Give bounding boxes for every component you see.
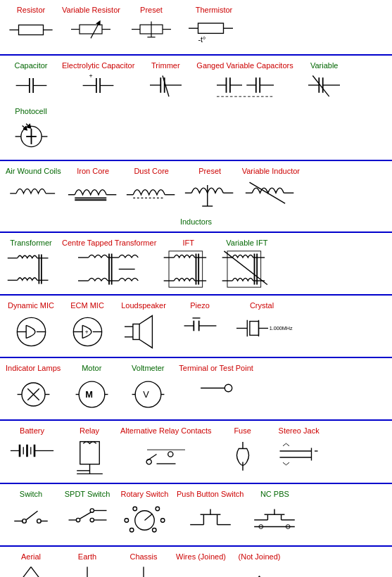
cell-transformer: Transformer (3, 237, 59, 290)
label-alt-relay: Alternative Relay Contacts (120, 426, 212, 436)
img-aerial (14, 564, 48, 577)
label-photocell: Photocell (15, 107, 46, 116)
img-preset-ind (184, 178, 236, 212)
img-capacitor (12, 72, 51, 98)
img-not-joined (233, 564, 286, 577)
section-switches: Switch SPDT Switch Rotary Switch Push Bu… (0, 484, 392, 547)
section-indicators: Indicator Lamps Motor Voltmeter Terminal… (0, 358, 392, 421)
img-variable-ind (244, 178, 297, 212)
section-resistors: Resistor Variable Resistor Preset Thermi… (0, 0, 392, 56)
cell-switch: Switch (3, 488, 59, 529)
cell-aerial: Aerial (3, 551, 59, 577)
section-transformers: Transformer Centre Tapped Transformer IF… (0, 233, 392, 296)
label-voltmeter: Voltmeter (132, 364, 164, 373)
label-chassis: Chassis (129, 552, 157, 562)
label-switch: Switch (20, 490, 42, 499)
cell-iron-core: Iron Core (64, 165, 122, 206)
img-fuse (229, 438, 256, 472)
label-preset-ind: Preset (198, 167, 221, 176)
cell-ecm-mic: ECM MIC (59, 300, 115, 353)
label-resistor: Resistor (17, 6, 45, 15)
cell-rotary: Rotary Switch (115, 488, 174, 541)
cell-motor: Motor (63, 362, 120, 415)
label-ecm-mic: ECM MIC (70, 301, 104, 310)
label-variable-resistor: Variable Resistor (62, 6, 120, 15)
section-capacitors: Capacitor Electrolytic Capacitor Trimmer… (0, 56, 392, 160)
label-motor: Motor (82, 364, 101, 373)
label-not-joined: (Not Joined) (239, 552, 281, 562)
cell-chassis: Chassis (115, 551, 172, 577)
cell-capacitor: Capacitor (3, 60, 59, 99)
cell-thermistor: Thermistor (179, 4, 248, 50)
cell-dust-core: Dust Core (122, 165, 181, 206)
img-switch (11, 501, 51, 528)
label-stereo-jack: Stereo Jack (279, 426, 320, 436)
img-dynamic-mic (12, 312, 51, 351)
cell-centre-tapped: Centre Tapped Transformer (59, 237, 159, 290)
cell-battery: Battery (3, 425, 61, 464)
img-nc-pbs (251, 501, 298, 535)
cell-preset: Preset (123, 4, 179, 46)
img-iron-core (67, 178, 120, 205)
label-centre-tapped: Centre Tapped Transformer (62, 239, 156, 248)
cell-voltmeter: Voltmeter (120, 362, 176, 415)
label-nc-pbs: NC PBS (260, 490, 289, 499)
label-variable-ind: Variable Inductor (242, 167, 300, 176)
cell-variable-ind: Variable Inductor (239, 165, 303, 213)
img-motor (72, 375, 111, 414)
label-battery: Battery (20, 426, 44, 436)
img-ganged (212, 72, 279, 104)
label-variable-cap: Variable (310, 61, 339, 70)
img-centre-tapped (74, 250, 144, 288)
label-rotary: Rotary Switch (121, 490, 169, 499)
img-stereo-jack (276, 438, 322, 470)
img-photocell (12, 119, 51, 154)
label-preset: Preset (140, 6, 163, 15)
cell-not-joined: (Not Joined) (230, 551, 289, 577)
img-relay (70, 438, 109, 477)
section-inductors: Air Wound Coils Iron Core Dust Core Pres… (0, 161, 392, 233)
img-loudspeaker (121, 312, 167, 351)
cell-lamp: Indicator Lamps (3, 362, 63, 415)
img-lamp (14, 375, 53, 414)
img-trimmer (146, 72, 185, 104)
img-chassis (123, 564, 164, 577)
img-push-button (186, 501, 234, 535)
label-lamp: Indicator Lamps (6, 364, 61, 373)
label-crystal: Crystal (250, 301, 274, 310)
label-iron-core: Iron Core (77, 167, 109, 176)
label-capacitor: Capacitor (14, 61, 47, 70)
label-thermistor: Thermistor (196, 6, 233, 15)
cell-crystal: Crystal (228, 300, 296, 345)
img-transformer (6, 250, 56, 288)
label-joined: Wires (Joined) (176, 552, 226, 562)
cell-ganged: Ganged Variable Capacitors (194, 60, 296, 106)
cell-alt-relay: Alternative Relay Contacts (118, 425, 215, 471)
label-transformer: Transformer (10, 239, 52, 248)
cell-relay: Relay (61, 425, 118, 478)
label-push-button: Push Button Switch (177, 490, 244, 499)
cell-variable-cap: Variable (296, 60, 353, 106)
label-fuse: Fuse (234, 426, 251, 436)
label-earth: Earth (78, 552, 96, 562)
cell-joined: Wires (Joined) (172, 551, 230, 577)
label-electrolytic: Electrolytic Capacitor (62, 61, 134, 70)
cell-variable-resistor: Variable Resistor (59, 4, 123, 46)
cell-loudspeaker: Loudspeaker (115, 300, 172, 353)
img-crystal (231, 312, 293, 344)
label-ift: IFT (183, 239, 195, 248)
cell-air-coil: Air Wound Coils (3, 165, 64, 205)
cell-trimmer: Trimmer (137, 60, 194, 106)
img-air-coil (7, 178, 60, 203)
img-dust-core (125, 178, 178, 205)
img-thermistor (182, 17, 246, 49)
label-spdt: SPDT Switch (65, 490, 110, 499)
label-air-coil: Air Wound Coils (6, 167, 61, 176)
img-alt-relay (141, 438, 191, 470)
img-terminal (195, 375, 237, 400)
label-ganged: Ganged Variable Capacitors (196, 61, 293, 70)
cell-fuse: Fuse (215, 425, 271, 473)
img-ecm-mic (68, 312, 107, 351)
img-preset (127, 17, 176, 45)
cell-resistor: Resistor (3, 4, 59, 44)
